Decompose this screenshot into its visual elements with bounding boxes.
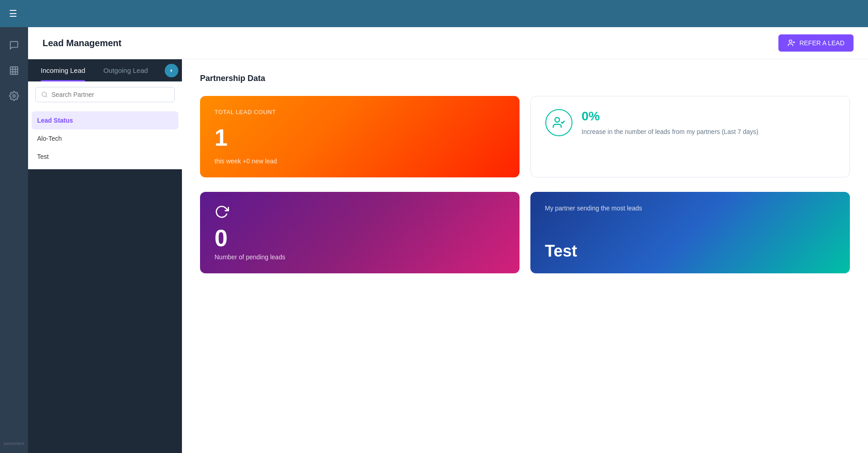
cards-bottom-grid: 0 Number of pending leads My partner sen… bbox=[200, 192, 850, 273]
card-total-lead: TOTAL LEAD COUNT 1 this week +0 new lead bbox=[200, 96, 520, 177]
sidebar-item-chat[interactable] bbox=[5, 36, 23, 54]
sidebar-footer: partnerland bbox=[4, 441, 24, 446]
content-area: Incoming Lead Outgoing Lead bbox=[28, 59, 868, 453]
refresh-icon bbox=[215, 205, 229, 219]
main-content: Lead Management REFER A LEAD Incoming Le… bbox=[28, 27, 868, 453]
card-total-label: TOTAL LEAD COUNT bbox=[215, 109, 505, 115]
hamburger-icon[interactable]: ☰ bbox=[9, 8, 17, 19]
card-percentage: 0% bbox=[582, 109, 835, 124]
svg-point-4 bbox=[555, 118, 559, 122]
search-input-wrap bbox=[35, 87, 175, 102]
tab-toggle[interactable] bbox=[165, 64, 178, 77]
sidebar: NA partnerland bbox=[0, 0, 28, 453]
person-check-icon bbox=[552, 116, 566, 129]
svg-rect-0 bbox=[10, 67, 18, 75]
left-panel: Incoming Lead Outgoing Lead bbox=[28, 59, 182, 453]
card-increase-desc: Increase in the number of leads from my … bbox=[582, 127, 835, 137]
partner-item-alo-tech[interactable]: Alo-Tech bbox=[28, 129, 182, 148]
card-most-leads: My partner sending the most leads Test bbox=[530, 192, 850, 273]
toggle-icon bbox=[168, 67, 175, 74]
page-header: Lead Management REFER A LEAD bbox=[28, 27, 868, 59]
svg-point-1 bbox=[13, 95, 15, 97]
search-input[interactable] bbox=[52, 91, 169, 98]
top-bar: ☰ bbox=[0, 0, 868, 27]
card-total-number: 1 bbox=[215, 126, 505, 149]
refer-lead-button[interactable]: REFER A LEAD bbox=[778, 34, 854, 52]
card-increase-icon bbox=[545, 109, 572, 136]
refer-lead-icon bbox=[787, 39, 796, 47]
card-increase-content: 0% Increase in the number of leads from … bbox=[582, 109, 835, 137]
right-panel: Partnership Data TOTAL LEAD COUNT 1 this… bbox=[182, 59, 868, 453]
partnership-data-title: Partnership Data bbox=[200, 74, 850, 83]
page-title: Lead Management bbox=[43, 38, 121, 48]
partner-item-test[interactable]: Test bbox=[28, 148, 182, 166]
card-most-leads-sublabel: My partner sending the most leads bbox=[545, 205, 835, 212]
cards-top-grid: TOTAL LEAD COUNT 1 this week +0 new lead bbox=[200, 96, 850, 177]
search-area bbox=[28, 81, 182, 108]
card-pending: 0 Number of pending leads bbox=[200, 192, 520, 273]
search-icon bbox=[41, 91, 48, 98]
card-pending-number: 0 bbox=[215, 226, 505, 250]
pending-icon bbox=[215, 205, 505, 222]
partner-list: Lead Status Alo-Tech Test bbox=[28, 108, 182, 169]
svg-point-3 bbox=[42, 92, 47, 96]
card-total-subtitle: this week +0 new lead bbox=[215, 157, 505, 165]
svg-point-2 bbox=[789, 40, 792, 43]
tab-incoming-lead[interactable]: Incoming Lead bbox=[32, 59, 94, 81]
tab-outgoing-lead[interactable]: Outgoing Lead bbox=[94, 59, 157, 81]
card-increase: 0% Increase in the number of leads from … bbox=[530, 96, 850, 177]
sidebar-item-building[interactable] bbox=[5, 62, 23, 80]
partner-item-lead-status[interactable]: Lead Status bbox=[32, 111, 178, 129]
sidebar-item-settings[interactable] bbox=[5, 87, 23, 105]
card-most-leads-partner: Test bbox=[545, 242, 835, 261]
sidebar-nav bbox=[5, 36, 23, 105]
card-pending-label: Number of pending leads bbox=[215, 253, 505, 261]
tabs-row: Incoming Lead Outgoing Lead bbox=[28, 59, 182, 81]
